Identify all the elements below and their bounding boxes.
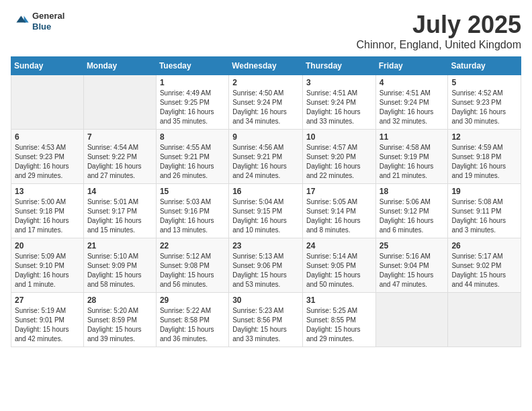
calendar-day-cell: 23Sunrise: 5:13 AMSunset: 9:06 PMDayligh…	[229, 238, 303, 293]
day-info: Sunrise: 5:03 AMSunset: 9:16 PMDaylight:…	[160, 197, 225, 235]
day-info: Sunrise: 5:22 AMSunset: 8:58 PMDaylight:…	[160, 306, 225, 344]
calendar-day-cell: 10Sunrise: 4:57 AMSunset: 9:20 PMDayligh…	[302, 130, 375, 184]
day-number: 27	[15, 295, 80, 305]
day-number: 10	[306, 132, 372, 142]
day-info: Sunrise: 5:06 AMSunset: 9:12 PMDaylight:…	[380, 197, 445, 235]
calendar-week-row: 20Sunrise: 5:09 AMSunset: 9:10 PMDayligh…	[11, 238, 521, 293]
day-number: 21	[87, 241, 152, 250]
calendar-day-cell	[448, 293, 521, 347]
calendar-day-cell: 11Sunrise: 4:58 AMSunset: 9:19 PMDayligh…	[375, 130, 448, 184]
day-number: 7	[87, 132, 152, 142]
calendar-day-cell: 1Sunrise: 4:49 AMSunset: 9:25 PMDaylight…	[156, 75, 228, 130]
weekday-header-cell: Saturday	[448, 57, 521, 75]
day-info: Sunrise: 4:56 AMSunset: 9:21 PMDaylight:…	[232, 143, 299, 181]
day-info: Sunrise: 4:57 AMSunset: 9:20 PMDaylight:…	[306, 143, 372, 181]
day-info: Sunrise: 4:53 AMSunset: 9:23 PMDaylight:…	[15, 143, 80, 181]
calendar-table: SundayMondayTuesdayWednesdayThursdayFrid…	[11, 56, 521, 347]
calendar-day-cell	[83, 75, 156, 130]
day-info: Sunrise: 5:04 AMSunset: 9:15 PMDaylight:…	[232, 197, 299, 235]
calendar-week-row: 13Sunrise: 5:00 AMSunset: 9:18 PMDayligh…	[11, 184, 521, 238]
weekday-header-cell: Thursday	[302, 57, 375, 75]
weekday-header-row: SundayMondayTuesdayWednesdayThursdayFrid…	[11, 57, 521, 75]
day-number: 4	[380, 78, 445, 87]
weekday-header-cell: Sunday	[11, 57, 84, 75]
weekday-header-cell: Friday	[375, 57, 448, 75]
page-header: General Blue July 2025 Chinnor, England,…	[11, 11, 521, 51]
day-info: Sunrise: 5:01 AMSunset: 9:17 PMDaylight:…	[87, 197, 152, 235]
calendar-day-cell: 9Sunrise: 4:56 AMSunset: 9:21 PMDaylight…	[229, 130, 303, 184]
calendar-day-cell: 8Sunrise: 4:55 AMSunset: 9:21 PMDaylight…	[156, 130, 228, 184]
calendar-day-cell: 19Sunrise: 5:08 AMSunset: 9:11 PMDayligh…	[448, 184, 521, 238]
calendar-day-cell: 20Sunrise: 5:09 AMSunset: 9:10 PMDayligh…	[11, 238, 84, 293]
day-number: 28	[87, 295, 152, 305]
calendar-day-cell: 27Sunrise: 5:19 AMSunset: 9:01 PMDayligh…	[11, 293, 84, 347]
day-info: Sunrise: 5:10 AMSunset: 9:09 PMDaylight:…	[87, 252, 152, 289]
day-number: 23	[232, 241, 299, 250]
calendar-day-cell: 6Sunrise: 4:53 AMSunset: 9:23 PMDaylight…	[11, 130, 84, 184]
calendar-title: July 2025	[357, 11, 522, 39]
day-number: 24	[306, 241, 372, 250]
day-number: 19	[451, 187, 517, 196]
calendar-day-cell: 29Sunrise: 5:22 AMSunset: 8:58 PMDayligh…	[156, 293, 228, 347]
weekday-header-cell: Monday	[83, 57, 156, 75]
calendar-body: 1Sunrise: 4:49 AMSunset: 9:25 PMDaylight…	[11, 75, 521, 347]
day-number: 11	[380, 132, 445, 142]
logo-icon	[11, 12, 30, 31]
day-number: 5	[451, 78, 517, 87]
calendar-day-cell: 26Sunrise: 5:17 AMSunset: 9:02 PMDayligh…	[448, 238, 521, 293]
day-info: Sunrise: 5:05 AMSunset: 9:14 PMDaylight:…	[306, 197, 372, 235]
day-info: Sunrise: 5:09 AMSunset: 9:10 PMDaylight:…	[15, 252, 80, 289]
calendar-day-cell: 15Sunrise: 5:03 AMSunset: 9:16 PMDayligh…	[156, 184, 228, 238]
calendar-day-cell: 14Sunrise: 5:01 AMSunset: 9:17 PMDayligh…	[83, 184, 156, 238]
day-number: 16	[232, 187, 299, 196]
day-info: Sunrise: 4:58 AMSunset: 9:19 PMDaylight:…	[380, 143, 445, 181]
day-info: Sunrise: 4:51 AMSunset: 9:24 PMDaylight:…	[380, 89, 445, 126]
day-number: 30	[232, 295, 299, 305]
calendar-week-row: 6Sunrise: 4:53 AMSunset: 9:23 PMDaylight…	[11, 130, 521, 184]
title-block: July 2025 Chinnor, England, United Kingd…	[357, 11, 522, 51]
day-number: 25	[380, 241, 445, 250]
day-number: 20	[15, 241, 80, 250]
day-number: 18	[380, 187, 445, 196]
day-info: Sunrise: 5:25 AMSunset: 8:55 PMDaylight:…	[306, 306, 372, 344]
calendar-day-cell: 12Sunrise: 4:59 AMSunset: 9:18 PMDayligh…	[448, 130, 521, 184]
day-info: Sunrise: 5:17 AMSunset: 9:02 PMDaylight:…	[451, 252, 517, 289]
day-number: 31	[306, 295, 372, 305]
day-info: Sunrise: 4:50 AMSunset: 9:24 PMDaylight:…	[232, 89, 299, 126]
day-number: 26	[451, 241, 517, 250]
logo-text: General Blue	[32, 11, 64, 32]
day-info: Sunrise: 5:13 AMSunset: 9:06 PMDaylight:…	[232, 252, 299, 289]
day-number: 14	[87, 187, 152, 196]
day-info: Sunrise: 5:00 AMSunset: 9:18 PMDaylight:…	[15, 197, 80, 235]
day-info: Sunrise: 4:59 AMSunset: 9:18 PMDaylight:…	[451, 143, 517, 181]
day-info: Sunrise: 5:14 AMSunset: 9:05 PMDaylight:…	[306, 252, 372, 289]
day-info: Sunrise: 5:20 AMSunset: 8:59 PMDaylight:…	[87, 306, 152, 344]
calendar-day-cell	[375, 293, 448, 347]
day-number: 2	[232, 78, 299, 87]
calendar-day-cell: 24Sunrise: 5:14 AMSunset: 9:05 PMDayligh…	[302, 238, 375, 293]
day-info: Sunrise: 4:54 AMSunset: 9:22 PMDaylight:…	[87, 143, 152, 181]
calendar-week-row: 27Sunrise: 5:19 AMSunset: 9:01 PMDayligh…	[11, 293, 521, 347]
day-info: Sunrise: 4:52 AMSunset: 9:23 PMDaylight:…	[451, 89, 517, 126]
weekday-header-cell: Tuesday	[156, 57, 228, 75]
day-number: 22	[160, 241, 225, 250]
weekday-header-cell: Wednesday	[229, 57, 303, 75]
day-number: 15	[160, 187, 225, 196]
day-number: 29	[160, 295, 225, 305]
day-number: 12	[451, 132, 517, 142]
day-number: 3	[306, 78, 372, 87]
day-number: 8	[160, 132, 225, 142]
day-info: Sunrise: 4:51 AMSunset: 9:24 PMDaylight:…	[306, 89, 372, 126]
calendar-day-cell: 31Sunrise: 5:25 AMSunset: 8:55 PMDayligh…	[302, 293, 375, 347]
calendar-day-cell: 16Sunrise: 5:04 AMSunset: 9:15 PMDayligh…	[229, 184, 303, 238]
day-info: Sunrise: 4:55 AMSunset: 9:21 PMDaylight:…	[160, 143, 225, 181]
calendar-day-cell: 4Sunrise: 4:51 AMSunset: 9:24 PMDaylight…	[375, 75, 448, 130]
day-number: 6	[15, 132, 80, 142]
day-number: 1	[160, 78, 225, 87]
calendar-day-cell: 28Sunrise: 5:20 AMSunset: 8:59 PMDayligh…	[83, 293, 156, 347]
day-info: Sunrise: 5:23 AMSunset: 8:56 PMDaylight:…	[232, 306, 299, 344]
calendar-subtitle: Chinnor, England, United Kingdom	[357, 39, 522, 51]
logo: General Blue	[11, 11, 64, 32]
calendar-day-cell: 5Sunrise: 4:52 AMSunset: 9:23 PMDaylight…	[448, 75, 521, 130]
day-info: Sunrise: 5:08 AMSunset: 9:11 PMDaylight:…	[451, 197, 517, 235]
